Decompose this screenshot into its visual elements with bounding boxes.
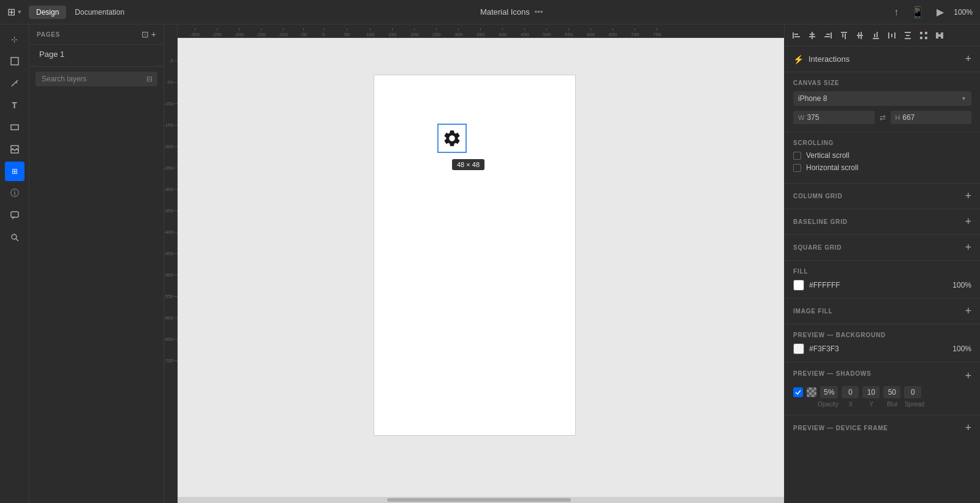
ruler-tick: 100 <box>366 28 374 37</box>
canvas-size-select[interactable]: iPhone 8 <box>793 91 971 106</box>
tidy-up-btn[interactable] <box>917 29 930 42</box>
horizontal-scroll-checkbox[interactable] <box>793 164 801 172</box>
preview-bg-section: PREVIEW — BACKGROUND #F3F3F3 100% <box>785 324 980 362</box>
ruler-vtick: -600 <box>164 315 177 321</box>
image-fill-section: IMAGE FILL + <box>785 299 980 324</box>
export-button[interactable]: ↑ <box>891 6 901 19</box>
svg-rect-25 <box>894 32 895 39</box>
align-top-btn[interactable] <box>837 29 851 42</box>
tool-rectangle[interactable] <box>5 117 24 137</box>
distribute-v-btn[interactable] <box>901 29 914 42</box>
add-interaction-button[interactable]: + <box>965 53 971 65</box>
column-grid-section: COLUMN GRID + <box>785 184 980 209</box>
ruler-tick: 350 <box>477 28 484 37</box>
interactions-section-header: ⚡ Interactions + <box>785 47 980 72</box>
tool-comment[interactable] <box>5 206 24 225</box>
scrolling-section: SCROLLING Vertical scroll Horizontal scr… <box>785 132 980 184</box>
align-left-btn[interactable] <box>790 29 803 42</box>
pages-header: PAGES ⊡ + <box>29 24 164 45</box>
add-column-grid-button[interactable]: + <box>965 190 971 203</box>
svg-rect-14 <box>841 32 847 33</box>
shadow-spread-field[interactable]: 0 <box>904 386 921 398</box>
add-shadow-button[interactable]: + <box>965 370 971 382</box>
align-bottom-btn[interactable] <box>869 29 883 42</box>
tool-select[interactable]: ⊹ <box>5 29 24 49</box>
shadow-enabled-checkbox[interactable] <box>793 387 803 397</box>
link-dimensions-icon[interactable]: ⇄ <box>880 113 886 122</box>
align-right-btn[interactable] <box>821 29 835 42</box>
add-image-fill-button[interactable]: + <box>965 305 971 318</box>
left-panel: PAGES ⊡ + Page 1 ⊟ <box>29 24 164 503</box>
ruler-tick: 550 <box>565 28 573 37</box>
ruler-left: -5 -50 -100 -150 -200 -250 -300 -350 -40… <box>164 24 178 503</box>
expand-pages-icon[interactable]: ⊡ <box>141 29 149 39</box>
fill-color-swatch[interactable] <box>793 280 804 291</box>
svg-rect-34 <box>941 32 943 39</box>
add-square-grid-button[interactable]: + <box>965 241 971 254</box>
zoom-level[interactable]: 100% <box>954 8 973 17</box>
tool-info[interactable]: ⓘ <box>5 184 24 203</box>
topbar-right-actions: ↑ 📱 ▶ 100% <box>891 4 973 20</box>
left-toolbar: ⊹ T ⊞ ⓘ <box>0 24 29 503</box>
shadow-opacity-field[interactable]: 5% <box>820 386 838 398</box>
tool-component[interactable]: ⊞ <box>5 162 24 181</box>
tool-search[interactable] <box>5 228 24 247</box>
add-page-icon[interactable]: + <box>151 29 156 39</box>
fill-section: FILL #FFFFFF 100% <box>785 261 980 299</box>
tab-group: Design Documentation <box>29 6 132 19</box>
horizontal-scroll-row[interactable]: Horizontal scroll <box>793 163 971 172</box>
ruler-tick: -250 <box>212 28 222 37</box>
preview-bg-swatch[interactable] <box>793 343 804 354</box>
svg-rect-16 <box>845 34 846 39</box>
horizontal-scroll-label: Horizontal scroll <box>806 163 858 172</box>
logo-arrow[interactable]: ▾ <box>18 8 21 16</box>
shadow-blur-field[interactable]: 50 <box>883 386 900 398</box>
ruler-vtick: -100 <box>164 101 177 106</box>
align-middle-btn[interactable] <box>853 29 867 42</box>
canvas-scrollbar-h[interactable] <box>178 497 784 503</box>
more-align-btn[interactable] <box>933 29 946 42</box>
vertical-scroll-checkbox[interactable] <box>793 152 801 160</box>
title-menu-icon[interactable]: ••• <box>535 7 543 17</box>
tool-pen[interactable] <box>5 73 24 93</box>
vertical-scroll-row[interactable]: Vertical scroll <box>793 151 971 160</box>
w-value[interactable]: 375 <box>807 113 819 122</box>
height-field: H 667 <box>891 111 972 124</box>
canvas-area[interactable]: -300 -250 -200 -150 -100 -50 0 50 100 15… <box>164 24 784 503</box>
play-button[interactable]: ▶ <box>934 5 946 19</box>
search-layers-input[interactable] <box>36 72 157 86</box>
shadow-y-field[interactable]: 10 <box>862 386 880 398</box>
tool-frame[interactable] <box>5 51 24 71</box>
preview-bg-color-hex[interactable]: #F3F3F3 <box>809 345 948 353</box>
add-device-frame-button[interactable]: + <box>965 422 971 434</box>
device-preview-button[interactable]: 📱 <box>908 4 927 20</box>
tool-text[interactable]: T <box>5 95 24 115</box>
artboard-frame[interactable] <box>374 75 576 436</box>
svg-rect-15 <box>842 34 843 37</box>
fill-color-hex[interactable]: #FFFFFF <box>809 281 948 289</box>
shadow-color-swatch[interactable] <box>807 387 816 397</box>
scrollbar-thumb[interactable] <box>387 498 571 502</box>
baseline-grid-section: BASELINE GRID + <box>785 209 980 235</box>
ruler-tick: 250 <box>432 28 440 37</box>
tool-image[interactable] <box>5 140 24 159</box>
fill-opacity-value[interactable]: 100% <box>952 281 971 289</box>
align-center-h-btn[interactable] <box>805 29 819 42</box>
app-logo[interactable]: ⊞ ▾ <box>7 6 21 18</box>
scrolling-label: SCROLLING <box>793 140 971 146</box>
shadow-blur-label: Blur <box>884 401 901 408</box>
page-item-1[interactable]: Page 1 <box>29 45 164 64</box>
fill-label: FILL <box>793 268 971 275</box>
shadow-x-field[interactable]: 0 <box>842 386 859 398</box>
canvas-size-section: CANVAS SIZE iPhone 8 W 375 ⇄ H 667 <box>785 72 980 132</box>
canvas-content[interactable]: 48 × 48 <box>178 38 784 491</box>
image-fill-label: IMAGE FILL <box>793 308 965 315</box>
distribute-h-btn[interactable] <box>885 29 899 42</box>
h-value[interactable]: 667 <box>902 113 914 122</box>
tab-design[interactable]: Design <box>29 6 66 19</box>
gear-icon-element[interactable] <box>437 124 467 153</box>
add-baseline-grid-button[interactable]: + <box>965 215 971 228</box>
ruler-vtick: -500 <box>164 272 177 278</box>
preview-bg-opacity-value[interactable]: 100% <box>952 345 971 353</box>
tab-documentation[interactable]: Documentation <box>67 6 132 19</box>
